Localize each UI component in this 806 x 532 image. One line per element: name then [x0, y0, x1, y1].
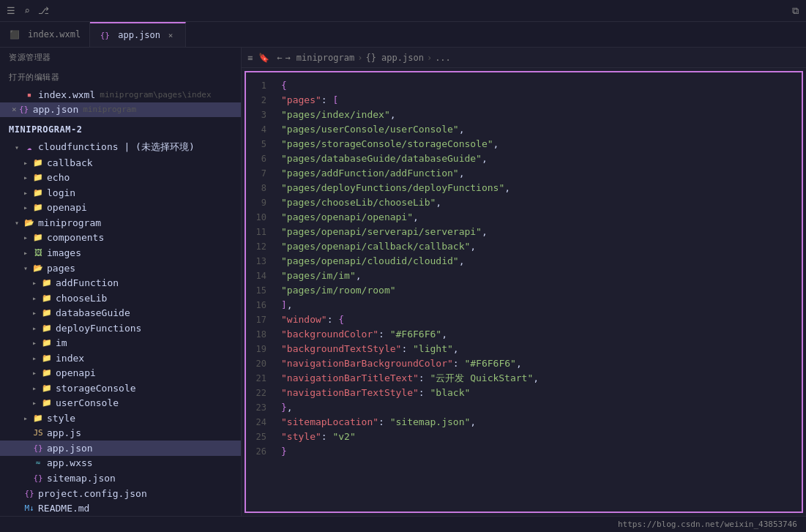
branch-icon[interactable]: ⎇: [38, 6, 48, 16]
close-indicator: ×: [12, 105, 17, 114]
folder-icon-openapi2: 📁: [41, 367, 53, 379]
code-line-19: "backgroundTextStyle": "light",: [275, 342, 802, 356]
code-line-24: "sitemapLocation": "sitemap.json",: [275, 415, 802, 430]
code-line-14: "pages/im/im",: [275, 269, 802, 283]
code-line-10: "pages/openapi/openapi",: [275, 210, 802, 225]
sidebar-item-storageconsole[interactable]: 📁 storageConsole: [0, 381, 241, 396]
chevron-chooselib: [29, 293, 40, 303]
ln-5: 5: [246, 137, 275, 151]
sidebar-item-echo[interactable]: 📁 echo: [0, 171, 241, 186]
editor-content[interactable]: 1 2 3 4 5 6 7 8 9 10 11 12 13 14 15 16 1…: [245, 71, 803, 513]
sidebar-item-addfunction[interactable]: 📁 addFunction: [0, 275, 241, 291]
tab-label-index-wxml: index.wxml: [28, 29, 81, 40]
ln-24: 24: [246, 415, 275, 430]
sidebar-item-databaseguide[interactable]: 📁 databaseGuide: [0, 305, 241, 321]
breadcrumb: ≡ 🔖 ← → miniprogram › {} app.json › ...: [242, 48, 806, 68]
item-label-appwxss: app.wxss: [47, 457, 93, 468]
bookmark-icon[interactable]: 🔖: [258, 53, 269, 63]
sidebar-item-pages[interactable]: 📂 pages: [0, 261, 241, 276]
main-layout: 资源管理器 打开的编辑器 ▪ index.wxml miniprogram\pa…: [0, 48, 806, 516]
forward-button[interactable]: →: [285, 53, 290, 63]
item-label-storageconsole: storageConsole: [56, 383, 136, 394]
ln-13: 13: [246, 254, 275, 269]
back-button[interactable]: ←: [277, 53, 282, 63]
chevron-echo: [20, 173, 31, 183]
split-icon[interactable]: ⧉: [790, 6, 800, 16]
tab-close-button[interactable]: ×: [165, 29, 176, 41]
sidebar-item-projectconfig[interactable]: {} project.config.json: [0, 486, 241, 501]
json-file-icon2: {}: [32, 442, 44, 454]
nav-toggle-icon[interactable]: ≡: [247, 53, 253, 63]
sidebar-item-chooselib[interactable]: 📁 chooseLib: [0, 291, 241, 306]
sidebar-item-deployfunctions[interactable]: 📁 deployFunctions: [0, 321, 241, 336]
chevron-userconsole: [29, 398, 40, 408]
item-label-images: images: [47, 247, 81, 258]
code-line-15: "pages/im/room/room": [275, 283, 802, 298]
code-line-23: },: [275, 400, 802, 415]
item-label-projectconfig: project.config.json: [38, 488, 147, 499]
ln-9: 9: [246, 195, 275, 210]
sidebar-item-appwxss[interactable]: ≈ app.wxss: [0, 456, 241, 471]
status-bar: https://blog.csdn.net/weixin_43853746: [0, 516, 806, 532]
hamburger-icon[interactable]: ☰: [6, 6, 16, 16]
sidebar-item-miniprogram[interactable]: 📂 miniprogram: [0, 215, 241, 231]
item-label-callback: callback: [47, 157, 93, 168]
ln-14: 14: [246, 269, 275, 283]
code-line-17: "window": {: [275, 312, 802, 327]
code-line-22: "navigationBarTextStyle": "black": [275, 386, 802, 400]
json-file-icon: {}: [18, 104, 30, 116]
json-file-icon3: {}: [32, 472, 44, 484]
tab-app-json[interactable]: {} app.json ×: [90, 22, 186, 47]
sidebar-item-openapi[interactable]: 📁 openapi: [0, 201, 241, 216]
folder-icon-openapi: 📁: [32, 202, 44, 214]
code-line-3: "pages/index/index",: [275, 108, 802, 122]
sidebar-item-login[interactable]: 📁 login: [0, 185, 241, 201]
sidebar-item-images[interactable]: 🖼 images: [0, 245, 241, 261]
sidebar-item-cloudfunctions[interactable]: ☁ cloudfunctions | (未选择环境): [0, 139, 241, 155]
sidebar-item-index[interactable]: 📁 index: [0, 351, 241, 366]
sidebar-item-im[interactable]: 📁 im: [0, 335, 241, 351]
chevron-login: [20, 187, 31, 198]
ln-25: 25: [246, 430, 275, 444]
sidebar-item-openapi2[interactable]: 📁 openapi: [0, 366, 241, 381]
open-file-index-wxml[interactable]: ▪ index.wxml miniprogram\pages\index: [0, 87, 241, 102]
sidebar-item-readme[interactable]: M↓ README.md: [0, 501, 241, 516]
ln-18: 18: [246, 327, 275, 342]
code-line-25: "style": "v2": [275, 430, 802, 444]
sidebar-item-callback[interactable]: 📁 callback: [0, 155, 241, 171]
folder-icon-images: 🖼: [32, 247, 44, 259]
chevron-appwxss: [20, 458, 31, 468]
ln-10: 10: [246, 210, 275, 225]
code-line-26: }: [275, 444, 802, 459]
chevron-storageconsole: [29, 383, 40, 393]
tab-index-wxml[interactable]: ⬛ index.wxml: [0, 22, 90, 47]
sidebar-item-appjson[interactable]: {} app.json: [0, 441, 241, 456]
sidebar-item-userconsole[interactable]: 📁 userConsole: [0, 396, 241, 411]
open-file-name-json: app.json: [33, 104, 79, 115]
search-icon[interactable]: ⌕: [22, 6, 32, 16]
code-line-2: "pages": [: [275, 93, 802, 108]
sidebar-item-sitemap[interactable]: {} sitemap.json: [0, 471, 241, 486]
sidebar-item-components[interactable]: 📁 components: [0, 231, 241, 246]
breadcrumb-appjson: {} app.json: [365, 53, 423, 63]
ln-12: 12: [246, 239, 275, 254]
ln-22: 22: [246, 386, 275, 400]
open-editors-title: 打开的编辑器: [0, 67, 241, 87]
title-bar-icons: ☰ ⌕ ⎇: [6, 6, 48, 16]
breadcrumb-ellipsis: ...: [435, 53, 451, 63]
code-line-8: "pages/deployFunctions/deployFunctions",: [275, 181, 802, 195]
chevron-openapi: [20, 203, 31, 213]
folder-icon-login: 📁: [32, 187, 44, 198]
resource-manager-title: 资源管理器: [0, 48, 241, 67]
folder-icon-style: 📁: [32, 412, 44, 424]
folder-icon-echo: 📁: [32, 172, 44, 184]
code-line-13: "pages/openapi/cloudid/cloudid",: [275, 254, 802, 269]
sidebar-item-style[interactable]: 📁 style: [0, 411, 241, 426]
sidebar-item-appjs[interactable]: JS app.js: [0, 426, 241, 441]
ln-2: 2: [246, 93, 275, 108]
item-label-cloudfunctions: cloudfunctions | (未选择环境): [38, 141, 195, 154]
editor-area: ≡ 🔖 ← → miniprogram › {} app.json › ... …: [242, 48, 806, 516]
item-label-openapi: openapi: [47, 202, 87, 213]
folder-icon-addfunction: 📁: [41, 277, 53, 289]
open-file-app-json[interactable]: × {} app.json miniprogram: [0, 102, 241, 118]
